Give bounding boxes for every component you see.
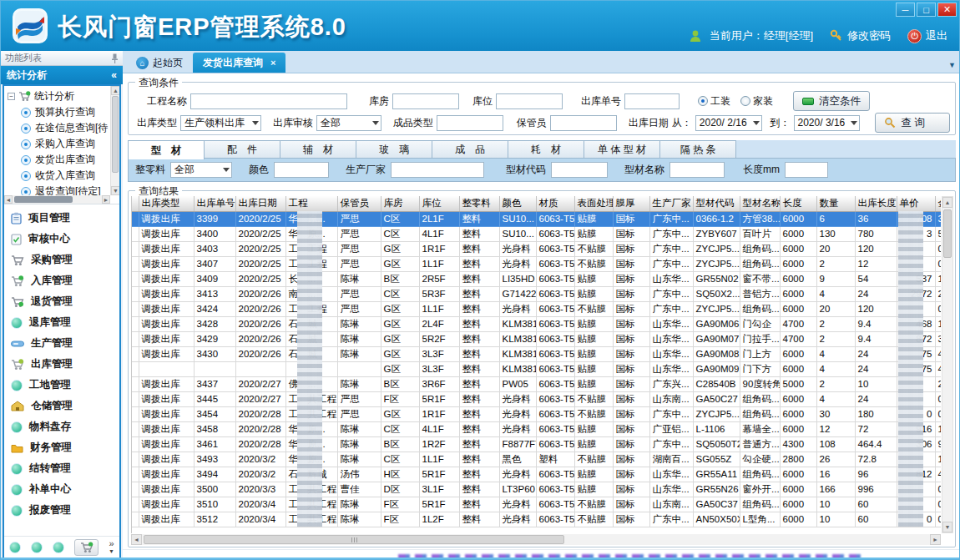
column-header-2[interactable]: 出库日期	[235, 196, 285, 211]
sidebar-menu-item-12[interactable]: 结转管理	[4, 458, 119, 479]
tree-item-2[interactable]: 采购入库查询	[8, 136, 119, 152]
tree-expander-icon[interactable]: −	[8, 93, 15, 100]
table-row[interactable]: G区3L3F整料KLM38176063-T5贴膜国标山东华...GA90M09.…	[132, 361, 941, 376]
scroll-left-icon[interactable]: ◄	[131, 534, 142, 545]
table-row[interactable]: 调拨出库34282020/2/26石 城陈琳G区2L4F整料KLM3817606…	[132, 316, 941, 331]
outbound-audit-select[interactable]: 全部	[316, 115, 381, 131]
product-type-input[interactable]	[437, 115, 503, 131]
sidebar-menu-item-10[interactable]: 物料盘存	[4, 416, 119, 437]
table-row[interactable]: 调拨出库33992020/2/25华 原...严思C区2L1F整料SU10...…	[132, 211, 941, 226]
change-password-button[interactable]: 修改密码	[830, 28, 891, 43]
circle-icon[interactable]	[53, 542, 64, 553]
table-row[interactable]: 调拨出库34372020/2/27佛 ...陈琳B区3R6F整料PW056063…	[132, 376, 941, 391]
table-row[interactable]: 调拨出库34932020/3/2华 原...陈琳C区1L1F整料黑色塑料不贴膜国…	[132, 452, 941, 467]
profile-code-input[interactable]	[551, 162, 608, 178]
circle-icon[interactable]	[31, 542, 43, 553]
whole-part-select[interactable]: 全部	[170, 162, 232, 178]
minimize-button[interactable]: ─	[896, 3, 915, 17]
tree-root-statistics[interactable]: − 统计分析	[8, 88, 119, 104]
outbound-type-select[interactable]: 生产领料出库	[180, 115, 261, 131]
table-row[interactable]: 调拨出库34302020/2/26石 城陈琳G区3L3F整料KLM3817606…	[132, 346, 941, 361]
table-row[interactable]: 调拨出库35102020/3/4工 共工程陈琳F区5R1F整料光身料6063-T…	[132, 497, 941, 512]
tab-list-chevron-icon[interactable]: ▼	[948, 61, 956, 69]
column-header-19[interactable]: 金额	[935, 196, 941, 211]
table-row[interactable]: 调拨出库34002020/2/25华 原...严思C区4L1F整料SU10...…	[132, 226, 941, 241]
clear-conditions-button[interactable]: 清空条件	[793, 91, 870, 111]
table-row[interactable]: 调拨出库35122020/3/4工 共工程陈琳F区1L2F整料光身料6063-T…	[132, 512, 941, 527]
material-tab-6[interactable]: 单 体 型 材	[584, 140, 660, 158]
column-header-10[interactable]: 表面处理	[574, 196, 613, 211]
column-header-13[interactable]: 型材代码	[693, 196, 740, 211]
close-button[interactable]: ✕	[937, 3, 957, 17]
material-tab-0[interactable]: 型 材	[128, 140, 205, 159]
radio-gongzhuang[interactable]: 工装	[698, 94, 730, 108]
sidebar-menu-item-5[interactable]: 退库管理	[4, 312, 119, 333]
table-horizontal-scrollbar[interactable]: ◄ ►	[131, 534, 941, 545]
table-row[interactable]: 调拨出库34942020/3/2石 辉城汤伟H区5R1F整料光身料6063-T5…	[132, 467, 941, 482]
date-to-picker[interactable]: 2020/ 3/16	[794, 115, 861, 131]
material-tab-4[interactable]: 成 品	[432, 140, 508, 158]
material-tab-7[interactable]: 隔 热 条	[659, 140, 736, 158]
material-tab-5[interactable]: 耗 材	[508, 140, 584, 158]
sidebar-menu-item-7[interactable]: 出库管理	[4, 354, 119, 375]
table-row[interactable]: 调拨出库34132020/2/26南 ...严思C区5R3F整料G7142260…	[132, 286, 941, 301]
tree-horizontal-scrollbar[interactable]: ◄ ►	[4, 195, 110, 204]
sidebar-menu-item-4[interactable]: 退货管理	[4, 291, 119, 312]
column-header-8[interactable]: 颜色	[499, 196, 536, 211]
column-header-12[interactable]: 生产厂家	[649, 196, 693, 211]
outbound-no-input[interactable]	[624, 93, 680, 109]
sidebar-menu-item-13[interactable]: 补单中心	[4, 479, 119, 500]
search-button[interactable]: 查 询	[875, 113, 950, 133]
table-row[interactable]: 调拨出库34452020/2/27工 共工程严思F区5R1F整料光身料6063-…	[132, 391, 941, 406]
column-header-17[interactable]: 出库长度	[855, 196, 897, 211]
radio-jiazhuang[interactable]: 家装	[740, 94, 773, 108]
column-header-6[interactable]: 库位	[419, 196, 459, 211]
manufacturer-input[interactable]	[391, 162, 484, 178]
scroll-right-icon[interactable]: ►	[930, 534, 941, 545]
table-row[interactable]: 调拨出库34242020/2/26工 工程严思G区1L1F整料光身料6063-T…	[132, 301, 941, 316]
scroll-up-icon[interactable]: ▲	[111, 86, 119, 95]
column-header-18[interactable]: 单价	[897, 196, 935, 211]
column-header-0[interactable]: 出库类型	[139, 196, 194, 211]
sidebar-menu-item-8[interactable]: 工地管理	[4, 375, 119, 396]
table-row[interactable]: 调拨出库34032020/2/25工 工程严思G区1R1F整料光身料6063-T…	[132, 241, 941, 256]
tree-scroll-thumb[interactable]	[112, 96, 119, 173]
cart-shortcut-button[interactable]	[74, 539, 99, 556]
table-vscroll-thumb[interactable]	[943, 209, 952, 258]
tab-outbound-query[interactable]: 发货出库查询 ×	[193, 53, 285, 73]
date-from-picker[interactable]: 2020/ 2/16	[695, 115, 762, 131]
scroll-down-icon[interactable]: ▼	[111, 186, 119, 195]
sidebar-menu-item-0[interactable]: 项目管理	[4, 208, 119, 229]
table-row[interactable]: 调拨出库34092020/2/25长 ...陈琳B区2R5F整料LI35HD60…	[132, 271, 941, 286]
column-header-16[interactable]: 数量	[816, 196, 855, 211]
sidebar-menu-item-3[interactable]: 入库管理	[4, 270, 119, 291]
tree-item-4[interactable]: 收货入库查询	[8, 168, 119, 184]
material-tab-1[interactable]: 配 件	[204, 140, 280, 158]
more-chevron-icon[interactable]: »▼	[109, 540, 114, 555]
column-header-11[interactable]: 膜厚	[613, 196, 649, 211]
table-vertical-scrollbar[interactable]: ▲ ▼	[942, 196, 953, 533]
table-hscroll-thumb[interactable]	[144, 535, 564, 544]
table-row[interactable]: 调拨出库34072020/2/25工 工程严思G区1L1F整料光身料6063-T…	[132, 256, 941, 271]
sidebar-menu-item-6[interactable]: 生产管理	[4, 333, 119, 354]
sidebar-menu-item-14[interactable]: 报废管理	[4, 500, 119, 521]
scroll-right-icon[interactable]: ►	[102, 195, 110, 204]
column-header-14[interactable]: 型材名称	[740, 196, 780, 211]
project-name-input[interactable]	[190, 93, 347, 109]
tree-item-3[interactable]: 发货出库查询	[8, 152, 119, 168]
scroll-up-icon[interactable]: ▲	[942, 197, 952, 208]
column-header-4[interactable]: 保管员	[337, 196, 381, 211]
table-row[interactable]: 调拨出库35002020/3/3工 共工程曹佳D区3L1F整料LT3P60606…	[132, 482, 941, 497]
table-row[interactable]: 调拨出库34612020/2/28华 原...陈琳B区1R2F整料F8877FT…	[132, 436, 941, 452]
tree-vertical-scrollbar[interactable]: ▲ ▼	[110, 86, 119, 195]
column-header-1[interactable]: 出库单号	[194, 196, 235, 211]
warehouse-input[interactable]	[392, 93, 459, 109]
material-tab-3[interactable]: 玻 璃	[356, 140, 432, 158]
column-header-7[interactable]: 整零料	[459, 196, 499, 211]
tab-home[interactable]: ⌂ 起始页	[126, 53, 193, 73]
length-input[interactable]	[785, 162, 828, 178]
sidebar-menu-item-1[interactable]: 审核中心	[4, 229, 119, 250]
scroll-down-icon[interactable]: ▼	[942, 522, 952, 532]
table-row[interactable]: 调拨出库34292020/2/26石 城陈琳G区5R2F整料KLM3817606…	[132, 331, 941, 346]
logout-button[interactable]: ⏻ 退出	[907, 28, 947, 43]
